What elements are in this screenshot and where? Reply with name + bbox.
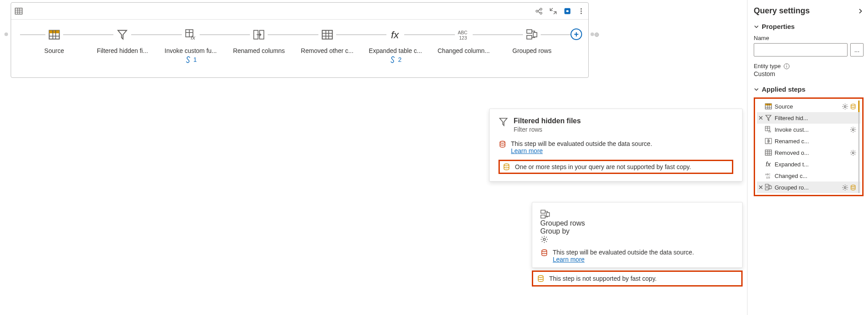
- flow-end-terminal: [595, 32, 599, 37]
- more-icon[interactable]: [578, 8, 585, 15]
- properties-section-toggle[interactable]: Properties: [754, 23, 864, 30]
- table-fx-icon: [185, 29, 197, 40]
- fastcopy-warning-box: One or more steps in your query are not …: [498, 160, 733, 174]
- db-icon: [502, 163, 510, 171]
- group-icon: [540, 210, 734, 219]
- step-tooltip-filtered: Filtered hidden files Filter rows This s…: [489, 109, 743, 182]
- step-label: Filtered hidden fi...: [97, 47, 148, 54]
- flow-start-dot: [4, 32, 8, 36]
- panel-title: Query settings: [754, 6, 857, 16]
- applied-steps-list: Source ✕ Filtered hid... Invoke cust... …: [754, 97, 864, 196]
- tooltip-eval-msg: This step will be evaluated outside the …: [511, 140, 652, 147]
- step-status-bar: [858, 170, 860, 182]
- abc123-icon: [457, 29, 470, 40]
- group-icon: [765, 184, 772, 191]
- tooltip-subtitle: Filter rows: [514, 126, 581, 133]
- step-label: Removed other c...: [301, 47, 354, 54]
- delete-step-icon[interactable]: ✕: [758, 114, 764, 121]
- applied-step-item[interactable]: ✕ Grouped ro...: [757, 182, 860, 193]
- pipeline-step[interactable]: Grouped rows: [498, 20, 567, 63]
- applied-step-item[interactable]: ✕ Filtered hid...: [757, 112, 860, 124]
- step-link-badge[interactable]: 2: [389, 56, 402, 63]
- step-label: Grouped rows: [512, 47, 551, 54]
- step-status-bar: [858, 147, 860, 158]
- pipeline-step[interactable]: Removed other c...: [293, 20, 362, 63]
- name-more-button[interactable]: ...: [850, 43, 864, 57]
- applied-step-item[interactable]: Source: [757, 101, 860, 112]
- db-warn-icon: [498, 140, 506, 148]
- applied-steps-label: Applied steps: [762, 85, 805, 93]
- applied-step-item[interactable]: Renamed c...: [757, 135, 860, 147]
- step-status-bar: [858, 101, 860, 112]
- abc123-icon: [765, 172, 772, 179]
- step-status-bar: [858, 135, 860, 147]
- filter-icon: [498, 117, 508, 127]
- table-icon: [765, 149, 772, 156]
- step-label: Expanded table c...: [369, 47, 422, 54]
- query-settings-panel: Query settings Properties Name ... Entit…: [747, 0, 868, 315]
- pipeline-step[interactable]: Changed column...: [430, 20, 498, 63]
- info-icon[interactable]: [784, 63, 790, 69]
- rename-icon: [253, 29, 265, 40]
- tooltip-title: Grouped rows: [540, 219, 734, 227]
- name-field-label: Name: [754, 35, 864, 41]
- learn-more-link[interactable]: Learn more: [553, 256, 585, 263]
- gear-icon[interactable]: [540, 235, 734, 243]
- applied-steps-toggle[interactable]: Applied steps: [754, 85, 864, 93]
- gear-icon[interactable]: [842, 184, 848, 191]
- table-fx-icon: [765, 126, 772, 133]
- db-icon: [850, 103, 856, 110]
- delete-step-icon[interactable]: ✕: [758, 184, 764, 191]
- step-label: Source: [44, 47, 64, 54]
- panel-expand-icon[interactable]: [857, 8, 864, 14]
- pipeline-step[interactable]: Invoke custom fu... 1: [157, 20, 225, 63]
- applied-step-label: Grouped ro...: [775, 184, 842, 191]
- gear-icon[interactable]: [850, 149, 856, 156]
- powerquery-icon[interactable]: [563, 7, 571, 15]
- applied-step-item[interactable]: Removed o...: [757, 147, 860, 158]
- step-label: Renamed columns: [233, 47, 285, 54]
- fx-icon: [390, 29, 401, 40]
- applied-step-item[interactable]: Expanded t...: [757, 158, 860, 170]
- entity-type-label: Entity type: [754, 63, 781, 69]
- pipeline-step[interactable]: Source: [20, 20, 88, 63]
- applied-step-label: Filtered hid...: [775, 115, 856, 121]
- db-icon: [537, 275, 545, 283]
- learn-more-link[interactable]: Learn more: [511, 147, 543, 154]
- step-link-badge[interactable]: 1: [185, 56, 197, 63]
- table-gold-icon: [765, 103, 772, 110]
- fx-icon: [765, 161, 772, 168]
- db-icon: [850, 184, 856, 191]
- applied-step-label: Source: [775, 103, 842, 110]
- filter-icon: [765, 114, 772, 121]
- fastcopy-warning-text: This step is not supported by fast copy.: [549, 275, 657, 282]
- tooltip-subtitle: Group by: [540, 227, 734, 235]
- add-step-button[interactable]: +: [571, 28, 582, 40]
- share-icon[interactable]: [535, 7, 543, 15]
- tooltip-eval-msg: This step will be evaluated outside the …: [553, 249, 694, 256]
- applied-step-label: Invoke cust...: [775, 126, 850, 133]
- step-label: Invoke custom fu...: [165, 47, 217, 54]
- applied-step-item[interactable]: Changed c...: [757, 170, 860, 182]
- gear-icon[interactable]: [850, 126, 856, 133]
- filter-icon: [117, 29, 128, 40]
- rename-icon: [765, 137, 772, 145]
- properties-label: Properties: [762, 23, 795, 30]
- tooltip-title: Filtered hidden files: [514, 117, 581, 125]
- pipeline-step[interactable]: Filtered hidden fi...: [88, 20, 157, 63]
- gear-icon[interactable]: [842, 103, 848, 110]
- name-input[interactable]: [754, 43, 848, 57]
- query-flow-canvas: Source Filtered hidden fi... Invoke cust…: [11, 2, 589, 78]
- query-table-icon: [15, 7, 23, 15]
- applied-step-label: Removed o...: [775, 149, 850, 156]
- collapse-icon[interactable]: [549, 7, 557, 15]
- pipeline-step[interactable]: Renamed columns: [225, 20, 293, 63]
- step-status-bar: [858, 112, 860, 124]
- applied-step-label: Expanded t...: [775, 161, 856, 168]
- pipeline-step[interactable]: Expanded table c... 2: [362, 20, 430, 63]
- applied-step-item[interactable]: Invoke cust...: [757, 124, 860, 135]
- entity-type-value: Custom: [754, 70, 864, 77]
- applied-step-label: Changed c...: [775, 173, 856, 179]
- applied-step-label: Renamed c...: [775, 138, 856, 145]
- step-status-bar: [858, 158, 860, 170]
